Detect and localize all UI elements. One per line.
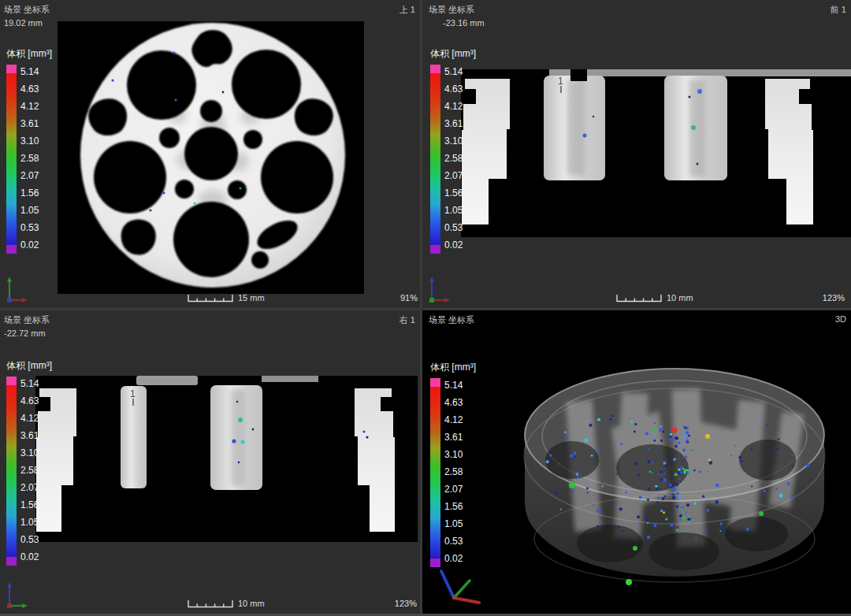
legend-value: 3.61 <box>444 432 463 442</box>
volume-color-legend: 体积 [mm³] 5.144.634.123.613.102.582.071.5… <box>6 47 52 254</box>
legend-gradient-bar <box>6 377 17 566</box>
legend-value: 3.10 <box>444 450 463 459</box>
legend-value: 2.58 <box>444 467 463 477</box>
volume-color-legend: 体积 [mm³] 5.144.634.123.613.102.582.071.5… <box>430 361 476 567</box>
slice-position-value: 19.02 mm <box>4 18 43 28</box>
legend-underflow-swatch <box>6 557 17 566</box>
legend-value: 0.53 <box>20 223 39 232</box>
scene-coordinate-label: 场景 坐标系 <box>4 314 50 326</box>
legend-overflow-swatch <box>430 65 440 73</box>
legend-value: 5.14 <box>444 67 463 76</box>
legend-value: 0.53 <box>444 223 463 232</box>
zoom-percentage: 91% <box>400 293 418 302</box>
legend-value: 1.05 <box>20 206 39 215</box>
legend-title: 体积 [mm³] <box>6 47 52 61</box>
legend-value: 4.63 <box>444 398 463 407</box>
legend-value: 1.05 <box>444 206 463 215</box>
legend-overflow-swatch <box>430 378 440 387</box>
bore-wall-shading <box>567 80 585 175</box>
viewport-3d-view: 场景 坐标系 3D 体积 [mm³] 5.144.634.123.613.102… <box>422 310 851 614</box>
legend-value: 3.10 <box>20 448 39 458</box>
legend-value: 4.63 <box>20 84 39 94</box>
zoom-percentage: 123% <box>395 599 417 608</box>
scale-bar: 10 mm <box>616 293 693 302</box>
legend-values: 5.144.634.123.613.102.582.071.561.050.53… <box>444 380 463 563</box>
legend-gradient <box>430 73 440 245</box>
legend-value: 3.61 <box>20 119 39 128</box>
legend-value: 4.12 <box>20 102 39 111</box>
legend-values: 5.144.634.123.613.102.582.071.561.050.53… <box>444 67 463 250</box>
slice-image-right[interactable]: 1 <box>35 376 418 542</box>
view-name-badge: 右 1 <box>399 314 415 326</box>
legend-value: 2.58 <box>20 154 39 163</box>
legend-value: 0.02 <box>444 554 463 563</box>
scale-bar-label: 10 mm <box>667 293 693 302</box>
part-top-face <box>136 376 198 385</box>
slice-position-value: -23.16 mm <box>443 18 485 28</box>
legend-value: 2.07 <box>20 483 39 492</box>
legend-value: 0.02 <box>444 240 463 250</box>
outer-wall-right <box>765 79 813 225</box>
legend-value: 2.58 <box>20 466 39 475</box>
outer-wall-right <box>355 388 395 532</box>
legend-value: 2.07 <box>444 484 463 494</box>
scene-coordinate-label: 场景 坐标系 <box>429 314 474 326</box>
scale-bar-label: 10 mm <box>238 599 265 608</box>
scene-coordinate-label: 场景 坐标系 <box>4 4 50 16</box>
legend-value: 1.56 <box>20 500 39 510</box>
viewport-front-view: 场景 坐标系 -23.16 mm 前 1 体积 [mm³] 5.144.634.… <box>422 0 851 308</box>
top-face-notch <box>570 69 587 81</box>
slice-image-front[interactable]: 1 <box>461 69 851 237</box>
bore-wall-shading <box>231 390 245 486</box>
part-top-face <box>262 376 318 382</box>
legend-title: 体积 [mm³] <box>430 361 476 374</box>
legend-gradient-bar <box>430 378 440 567</box>
legend-title: 体积 [mm³] <box>6 359 52 373</box>
legend-title: 体积 [mm³] <box>430 47 476 61</box>
legend-value: 2.07 <box>444 171 463 180</box>
axis-gizmo-icon <box>2 580 29 610</box>
defect-annotation-number: 1 <box>558 76 563 87</box>
legend-gradient-bar <box>6 65 17 254</box>
legend-value: 0.53 <box>20 535 39 544</box>
legend-value: 1.56 <box>20 188 39 198</box>
legend-value: 1.56 <box>444 502 463 511</box>
view-name-badge: 前 1 <box>831 4 846 16</box>
scale-bar-label: 15 mm <box>238 293 265 302</box>
legend-gradient <box>6 73 17 245</box>
scene-coordinate-label: 场景 坐标系 <box>429 4 474 16</box>
slice-position-value: -22.72 mm <box>4 328 46 338</box>
part-top-face <box>549 69 851 76</box>
legend-value: 5.14 <box>20 67 39 76</box>
legend-gradient <box>430 387 440 558</box>
slice-image-top[interactable] <box>58 21 364 294</box>
legend-value: 1.56 <box>444 188 463 198</box>
view-name-badge: 上 1 <box>399 4 415 16</box>
view-name-badge: 3D <box>835 314 846 324</box>
legend-gradient-bar <box>430 65 440 254</box>
legend-value: 3.61 <box>444 119 463 128</box>
3d-render[interactable] <box>422 310 851 614</box>
ruler-icon <box>616 294 662 302</box>
viewport-top-view: 场景 坐标系 19.02 mm 上 1 体积 [mm³] 5.144.634.1… <box>0 0 420 308</box>
legend-value: 2.58 <box>444 154 463 163</box>
legend-underflow-swatch <box>430 245 440 254</box>
axis-gizmo-icon <box>2 274 29 304</box>
legend-value: 4.12 <box>444 102 463 111</box>
axis-triad-icon <box>429 563 485 609</box>
legend-values: 5.144.634.123.613.102.582.071.561.050.53… <box>20 379 39 562</box>
legend-value: 5.14 <box>20 379 39 388</box>
viewport-right-view: 场景 坐标系 -22.72 mm 右 1 体积 [mm³] 5.144.634.… <box>0 310 420 614</box>
ruler-icon <box>188 294 233 302</box>
legend-value: 5.14 <box>444 380 463 390</box>
axis-gizmo-icon <box>425 274 452 304</box>
legend-value: 4.63 <box>444 84 463 94</box>
legend-values: 5.144.634.123.613.102.582.071.561.050.53… <box>20 67 39 250</box>
legend-underflow-swatch <box>6 245 17 254</box>
legend-value: 4.12 <box>20 414 39 423</box>
legend-value: 3.10 <box>444 136 463 146</box>
legend-value: 0.02 <box>20 240 39 250</box>
zoom-percentage: 123% <box>823 293 845 302</box>
legend-value: 3.10 <box>20 136 39 146</box>
defect-annotation-number: 1 <box>130 388 136 399</box>
